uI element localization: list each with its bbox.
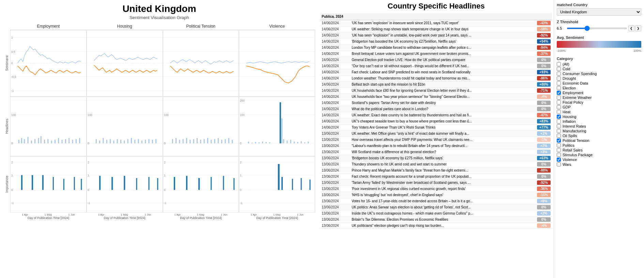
category-checkbox[interactable]: [557, 105, 561, 109]
category-checkbox[interactable]: [557, 158, 561, 162]
category-checkbox-item[interactable]: Extreme Weather: [557, 96, 641, 100]
headline-date: 14/06/2024: [320, 82, 350, 88]
table-row: 13/06/2024'Tartan Army 'failed' by Westm…: [320, 180, 552, 186]
category-checkbox[interactable]: [557, 148, 561, 152]
headline-text: Will Scotland make a difference at this …: [350, 149, 529, 155]
svg-rect-172: [301, 178, 302, 190]
category-checkbox-item[interactable]: Inflation: [557, 119, 641, 123]
category-checkbox[interactable]: [557, 86, 561, 90]
table-row: 14/06/2024Tory Voters Are Greener Than U…: [320, 125, 552, 131]
category-checkbox-item[interactable]: Oil Spills: [557, 134, 641, 138]
category-checkbox-item[interactable]: Fiscal Policy: [557, 100, 641, 104]
category-checkbox-item[interactable]: Retail Sales: [557, 148, 641, 152]
svg-rect-111: [287, 141, 288, 143]
category-checkbox[interactable]: [557, 110, 561, 114]
headline-date: 13/06/2024: [320, 198, 350, 204]
category-checkbox[interactable]: [557, 91, 561, 95]
headline-date: 14/06/2024: [320, 112, 350, 118]
z-threshold-left-arrow[interactable]: ❮: [628, 25, 634, 31]
sentiment-badge: 0%: [537, 162, 551, 166]
category-checkbox-item[interactable]: Wars: [557, 162, 641, 166]
category-checkbox-item[interactable]: (All): [557, 62, 641, 66]
category-checkbox-item[interactable]: Election: [557, 86, 641, 90]
category-checkbox[interactable]: [557, 124, 561, 128]
headline-date: 14/06/2024: [320, 94, 350, 100]
category-checkbox[interactable]: [557, 62, 561, 66]
table-row: 14/06/2024'UK has seen 'explosion' in in…: [320, 20, 552, 26]
headline-sentiment: +6%: [529, 198, 552, 204]
category-label-text: Employment: [563, 91, 583, 95]
sentiment-badge: +2%: [537, 144, 551, 148]
category-checkbox[interactable]: [557, 67, 561, 71]
category-label-text: Fiscal Policy: [563, 100, 583, 104]
z-threshold-right-arrow[interactable]: ❯: [635, 25, 641, 31]
category-checkbox[interactable]: [557, 72, 561, 76]
category-checkbox[interactable]: [557, 162, 561, 166]
sentiment-badge: -36%: [537, 187, 551, 191]
table-row: 14/06/2024'Bridgerton has boosted the UK…: [320, 39, 552, 45]
category-checkbox-item[interactable]: Stimulus Package: [557, 153, 641, 157]
headline-sentiment: +1%: [529, 131, 552, 137]
sentiment-badge: -92%: [537, 33, 551, 38]
svg-text:2: 2: [11, 160, 13, 164]
matched-country-select[interactable]: United Kingdom Germany France USA: [557, 8, 641, 16]
matched-country-group: matched Country United Kingdom Germany F…: [557, 3, 641, 16]
x-axis-label-employment: 1 Apr 1 May 1 Jun Day of Publication Tim…: [10, 213, 87, 220]
svg-text:-1: -1: [11, 201, 14, 205]
svg-rect-101: [248, 142, 249, 143]
category-checkbox-item[interactable]: Politics: [557, 143, 641, 147]
headline-date: 14/06/2024: [320, 20, 350, 26]
page-subtitle: Sentiment Visualisation Graph: [3, 15, 315, 20]
table-row: 14/06/2024Belfast tech start-ups and the…: [320, 82, 552, 88]
x-axis-label-political: 1 Apr 1 May 1 Jun Day of Publication Tim…: [163, 213, 239, 220]
svg-rect-112: [290, 140, 291, 143]
svg-rect-102: [251, 143, 252, 143]
category-checkbox-item[interactable]: Manufacturing: [557, 129, 641, 133]
z-threshold-label: Z Threshold: [557, 20, 641, 24]
category-checkbox-item[interactable]: Political Tension: [557, 138, 641, 143]
category-checkbox-item[interactable]: GDP: [557, 105, 641, 109]
col-header-headline: [350, 13, 529, 20]
headline-date: 14/06/2024: [320, 75, 350, 82]
category-checkbox[interactable]: [557, 138, 561, 143]
sentiment-badge: -86%: [537, 76, 551, 81]
svg-rect-78: [175, 138, 177, 144]
category-checkbox[interactable]: [557, 96, 561, 100]
z-threshold-slider[interactable]: [567, 28, 627, 29]
table-row: 13/06/2024'Poor investment in UK regiona…: [320, 186, 552, 192]
category-checkbox-item[interactable]: Consumer Spending: [557, 72, 641, 76]
category-checkbox[interactable]: [557, 100, 561, 104]
headline-date: 14/06/2024: [320, 69, 350, 75]
category-checkbox[interactable]: [557, 81, 561, 85]
svg-rect-62: [124, 141, 125, 143]
svg-text:-1: -1: [88, 201, 90, 205]
svg-rect-156: [186, 176, 187, 190]
category-checkbox[interactable]: [557, 134, 561, 138]
svg-rect-104: [259, 142, 260, 143]
category-checkbox[interactable]: [557, 129, 561, 133]
headline-text: Scotland"s papers: Tartan Army set for d…: [350, 100, 529, 106]
category-checkbox[interactable]: [557, 119, 561, 123]
category-checkbox-item[interactable]: Heat: [557, 110, 641, 114]
category-label-text: Consumer Spending: [563, 72, 597, 76]
category-checkbox[interactable]: [557, 115, 561, 119]
category-checkbox-item[interactable]: Violence: [557, 158, 641, 162]
sentiment-badge: 0%: [537, 58, 551, 62]
category-checkbox-item[interactable]: Cold: [557, 67, 641, 71]
category-checkbox-item[interactable]: Drought: [557, 76, 641, 81]
table-row: 13/06/2024Votes for 16- and 17-year-olds…: [320, 198, 552, 204]
svg-rect-109: [281, 118, 282, 143]
category-checkbox-item[interactable]: Housing: [557, 115, 641, 119]
category-checkbox[interactable]: [557, 76, 561, 81]
category-checkbox[interactable]: [557, 153, 561, 157]
headline-date: 14/06/2024: [320, 118, 350, 125]
sentiment-row-label: Sentiment: [5, 56, 9, 71]
svg-text:100: 100: [88, 113, 92, 117]
category-checkbox-item[interactable]: Interest Rates: [557, 124, 641, 128]
sentiment-labels: -100% 100%: [557, 49, 641, 53]
category-checkbox[interactable]: [557, 143, 561, 147]
category-checkbox-item[interactable]: Employment: [557, 91, 641, 95]
category-checkbox-item[interactable]: Economic Data: [557, 81, 641, 85]
headline-date: 13/06/2024: [320, 217, 350, 223]
headline-text: London weather: Thunderstorms could hit …: [350, 75, 529, 82]
